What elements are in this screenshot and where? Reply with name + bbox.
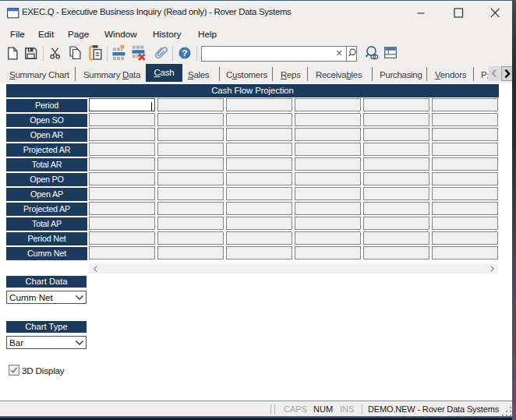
svg-text:?: ? [182, 48, 188, 58]
